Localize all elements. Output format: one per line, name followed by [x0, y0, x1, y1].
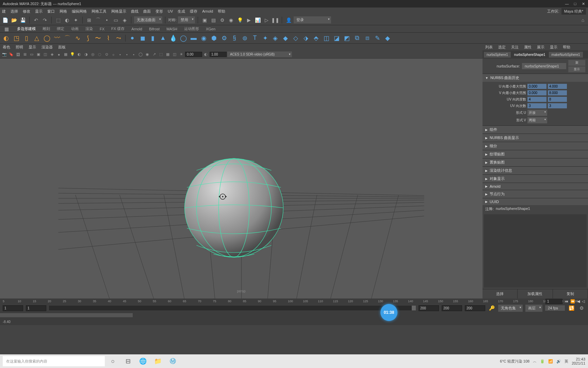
section-header[interactable]: ▶细分	[483, 142, 588, 150]
save-scene-icon[interactable]: 💾	[19, 16, 27, 24]
prim-cone-icon[interactable]: ▲	[158, 33, 168, 43]
attr-surface-value[interactable]: nurbsSphereShape1	[522, 63, 566, 69]
cortana-icon[interactable]: ○	[106, 356, 120, 367]
shelf-tab-sculpt[interactable]: 雕刻	[43, 26, 50, 31]
vp-xray-icon[interactable]: ◌	[97, 51, 103, 58]
curve4-icon[interactable]: ⟆	[83, 33, 93, 43]
vp-misc9-icon[interactable]: ◫	[172, 51, 178, 58]
menu-surfaces[interactable]: 曲面	[143, 9, 151, 14]
viewport-3d[interactable]: persp	[0, 59, 483, 298]
tray-chevron-icon[interactable]: ︿	[533, 359, 537, 364]
redo-icon[interactable]: ↷	[41, 16, 49, 24]
attr-menu-display[interactable]: 显示	[550, 45, 557, 50]
section-header[interactable]: ▶纹理贴图	[483, 150, 588, 158]
form-v-select[interactable]: 周期	[527, 117, 547, 123]
timeline[interactable]: 5101520253035404550556065707580859095100…	[0, 298, 588, 304]
tool7-icon[interactable]: ◪	[332, 33, 341, 43]
vp-tex-icon[interactable]: ▦	[63, 51, 69, 58]
u-min-input[interactable]	[527, 84, 546, 89]
prim-drop-icon[interactable]: 💧	[168, 33, 178, 43]
menu-deform[interactable]: 变形	[156, 9, 163, 14]
vp-misc6-icon[interactable]: ↗	[151, 51, 157, 58]
undo-icon[interactable]: ↶	[32, 16, 40, 24]
lighting-icon[interactable]: 💡	[236, 16, 244, 24]
polytorus-icon[interactable]: ◯	[42, 33, 52, 43]
rewind-icon[interactable]: ⏮	[565, 299, 568, 303]
prim-disc-icon[interactable]: ◉	[199, 33, 209, 43]
vp-image-icon[interactable]: 🖼	[15, 51, 21, 58]
step-back-icon[interactable]: ⏪	[570, 299, 575, 304]
prim-gear-icon[interactable]: ⚙	[219, 33, 229, 43]
clock-time[interactable]: 21:43	[572, 357, 585, 361]
vp-gamma-input[interactable]	[210, 52, 227, 57]
attr-menu-list[interactable]: 列表	[485, 45, 493, 50]
v-span-input[interactable]	[548, 97, 567, 102]
menu-uv[interactable]: UV	[168, 9, 173, 13]
range-start-input[interactable]	[26, 305, 46, 311]
tool3-icon[interactable]: ◇	[291, 33, 300, 43]
prim-svg-icon[interactable]: ✦	[260, 33, 270, 43]
shelf-tab-rigging[interactable]: 绑定	[57, 26, 64, 31]
curve5-icon[interactable]: 〜	[93, 33, 103, 43]
attr-tab-shape[interactable]: nurbsSphereShape1	[511, 52, 548, 58]
vp-smooth-icon[interactable]: ●	[56, 51, 62, 58]
tool12-icon[interactable]: ◆	[383, 33, 392, 43]
u-max-input[interactable]	[548, 84, 567, 89]
command-line[interactable]	[0, 312, 588, 318]
vp-gate-icon[interactable]: ▣	[35, 51, 42, 58]
menu-window[interactable]: 窗口	[47, 9, 55, 14]
prim-cylinder-icon[interactable]: ▮	[148, 33, 158, 43]
maya-icon[interactable]: Ⓜ	[166, 356, 180, 367]
key-icon[interactable]: 🔑	[488, 304, 495, 312]
polycone-icon[interactable]: △	[32, 33, 42, 43]
shelf-tab-bifrost[interactable]: Bifrost	[149, 27, 160, 31]
shelf-tab-fx[interactable]: FX	[100, 27, 104, 31]
pref-icon[interactable]: ⚙	[578, 304, 585, 312]
home-icon[interactable]: ⌂	[579, 16, 587, 24]
minimize-button[interactable]: —	[565, 2, 569, 6]
v-min-input[interactable]	[527, 90, 546, 95]
taskbar-search[interactable]: 在这里输入你搜索的内容	[3, 356, 105, 366]
render-icon[interactable]: ▣	[201, 16, 208, 24]
vp-menu-renderer[interactable]: 渲染器	[42, 45, 53, 50]
symmetry-dropdown[interactable]: 禁用	[178, 16, 195, 24]
current-frame-input[interactable]	[545, 299, 562, 304]
range-handle[interactable]	[412, 306, 416, 310]
snap-live-icon[interactable]: ◈	[121, 16, 128, 24]
annotation-textarea[interactable]	[484, 214, 587, 288]
attr-menu-attrs[interactable]: 属性	[524, 45, 532, 50]
vp-misc1-icon[interactable]: •	[117, 51, 123, 58]
vp-grid-icon[interactable]: ⊞	[22, 51, 28, 58]
shelf-tab-xgen[interactable]: XGen	[206, 27, 215, 31]
lasso-icon[interactable]: ◐	[63, 16, 71, 24]
menu-modify[interactable]: 修改	[23, 9, 30, 14]
vp-shadow-icon[interactable]: ◐	[76, 51, 82, 58]
curve6-icon[interactable]: ⌇	[103, 33, 113, 43]
section-header[interactable]: ▶组件	[483, 126, 588, 134]
menu-arnold[interactable]: Arnold	[202, 9, 213, 13]
tool2-icon[interactable]: ◆	[281, 33, 290, 43]
snap-point-icon[interactable]: •	[103, 16, 111, 24]
vp-misc5-icon[interactable]: ◉	[144, 51, 150, 58]
section-header-history[interactable]: ▼ NURBS 曲面历史	[483, 74, 588, 82]
menu-help[interactable]: 帮助	[218, 9, 225, 14]
vp-menu-display[interactable]: 显示	[29, 45, 36, 50]
maximize-button[interactable]: □	[573, 2, 577, 6]
volume-icon[interactable]: 🔊	[556, 359, 561, 364]
menu-generate[interactable]: 生成	[178, 9, 185, 14]
polysphere-icon[interactable]: ◐	[1, 33, 11, 43]
section-header[interactable]: ▶节点行为	[483, 190, 588, 198]
menu-edit-mesh[interactable]: 编辑网格	[72, 9, 87, 14]
vp-misc2-icon[interactable]: •	[124, 51, 130, 58]
vp-exposure-icon[interactable]: ☀	[178, 51, 184, 58]
anim-end-input[interactable]	[442, 305, 462, 311]
live-surface-dropdown[interactable]: 无激活曲面	[134, 16, 162, 24]
battery-icon[interactable]: 🔋	[540, 359, 545, 364]
vp-misc8-icon[interactable]: ▦	[165, 51, 171, 58]
tool5-icon[interactable]: ⬘	[311, 33, 321, 43]
tool11-icon[interactable]: ✎	[373, 33, 382, 43]
select-button[interactable]: 选择	[483, 289, 518, 298]
hypershade-icon[interactable]: ◉	[227, 16, 235, 24]
attr-tab-make[interactable]: makeNurbSphere1	[549, 52, 583, 58]
snap-curve-icon[interactable]: ⌒	[94, 16, 102, 24]
